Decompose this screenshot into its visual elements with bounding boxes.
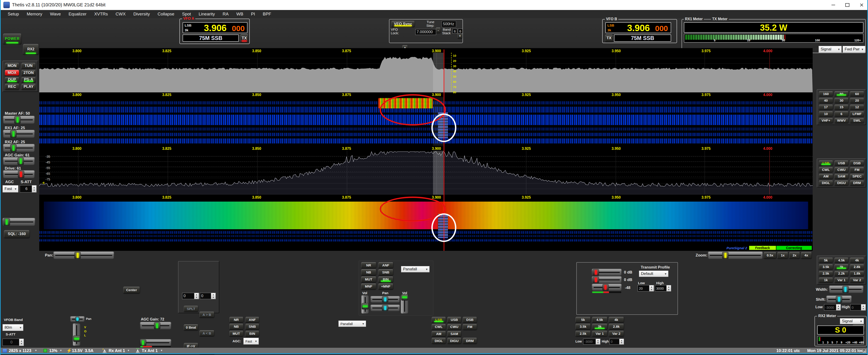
band-button-40[interactable]: 40 bbox=[819, 98, 833, 103]
tx-high-spinner[interactable]: 3000▲▼ bbox=[655, 285, 671, 291]
master-af-slider[interactable] bbox=[3, 116, 35, 124]
width-slider[interactable] bbox=[829, 286, 864, 293]
spinner-arrows-icon[interactable]: ▲▼ bbox=[861, 304, 866, 310]
a-gt-b-button[interactable]: A > B bbox=[199, 312, 214, 318]
rx2-filter-button-2.8k[interactable]: 2.8k bbox=[609, 324, 624, 329]
pan-center-button[interactable]: Center bbox=[123, 287, 140, 293]
cpu-status[interactable]: 13% bbox=[49, 348, 57, 353]
filter-button-1k[interactable]: 1k bbox=[819, 277, 833, 283]
rx2-display-mode-select[interactable]: Panafall▾ bbox=[338, 321, 366, 327]
spinner-arrows-icon[interactable]: ▲▼ bbox=[649, 285, 654, 291]
rx1-pan-freq-scale[interactable]: 3.8003.8253.8503.8753.9003.9253.9503.975 bbox=[72, 49, 711, 53]
transmit-profile-select[interactable]: Default▾ bbox=[639, 271, 669, 277]
left-button-ps-a[interactable]: PS-A bbox=[21, 77, 36, 83]
dsp-button-snb[interactable]: SNB bbox=[378, 269, 394, 275]
spinner-arrows-icon[interactable]: ▲▼ bbox=[19, 339, 24, 346]
spinner-arrows-icon[interactable]: ▲▼ bbox=[32, 185, 36, 192]
vfoa-band-display[interactable]: 75M SSB bbox=[183, 34, 239, 42]
rx2-mode-button-drm[interactable]: DRM bbox=[463, 338, 477, 344]
left-button-tun[interactable]: TUN bbox=[21, 63, 36, 69]
zoom-button-1x[interactable]: 1x bbox=[777, 252, 788, 259]
maximize-button[interactable] bbox=[840, 0, 855, 10]
rx2-filter-button-var-1[interactable]: Var 1 bbox=[592, 331, 607, 336]
filter-button-2.5k[interactable]: 2.5k bbox=[819, 271, 833, 276]
filter-button-4k[interactable]: 4k bbox=[850, 258, 864, 263]
dsp-button-mnf[interactable]: MNF bbox=[361, 284, 376, 289]
rx2-agc-gain-slider[interactable] bbox=[140, 322, 171, 330]
filter-button-3k[interactable]: 3k bbox=[834, 264, 849, 269]
dsp-button-nb[interactable]: NB bbox=[361, 269, 376, 275]
vox-slider[interactable] bbox=[592, 284, 622, 291]
vfoa-tx-button[interactable]: TX bbox=[240, 34, 248, 42]
pan-slider[interactable] bbox=[53, 252, 114, 259]
rx2-wf-freq-scale[interactable]: 3.8003.8253.8503.8753.9003.9253.9503.975 bbox=[72, 196, 711, 200]
filter-low-spinner[interactable]: -3000▲▼ bbox=[824, 304, 841, 310]
zoom-button-2x[interactable]: 2x bbox=[789, 252, 800, 259]
tune-step-plus-button[interactable]: + bbox=[458, 33, 462, 38]
band-button-wwv[interactable]: WWV bbox=[834, 118, 849, 123]
rx2-filter-button-3.5k[interactable]: 3.5k bbox=[576, 324, 591, 329]
xit-spinner[interactable]: 0▲▼ bbox=[200, 293, 216, 299]
rx2-vol-slider[interactable] bbox=[73, 323, 81, 346]
chevron-down-icon[interactable]: ▾ bbox=[161, 349, 162, 352]
resize-grip[interactable] bbox=[863, 350, 866, 353]
mode-button-digu[interactable]: DIGU bbox=[834, 180, 849, 185]
menu-xvtrs[interactable]: XVTRs bbox=[90, 10, 112, 18]
band-button-15[interactable]: 15 bbox=[834, 105, 849, 110]
band-button-60[interactable]: 60 bbox=[850, 91, 864, 96]
rx2-mode-button-digl[interactable]: DIGL bbox=[432, 338, 446, 344]
menu-diversity[interactable]: Diversity bbox=[129, 10, 154, 18]
mode-button-cwu[interactable]: CWU bbox=[834, 167, 849, 172]
chevron-down-icon[interactable]: ▾ bbox=[128, 349, 129, 352]
menu-setup[interactable]: Setup bbox=[4, 10, 23, 18]
dsp-button-anf[interactable]: ANF bbox=[378, 262, 394, 268]
chevron-down-icon[interactable]: ▾ bbox=[35, 349, 37, 352]
rx2-mode-button-am[interactable]: AM bbox=[432, 331, 446, 337]
mode-button-digl[interactable]: DIGL bbox=[819, 180, 833, 185]
drive-slider[interactable] bbox=[3, 170, 35, 178]
rx2-dsp-button-snb[interactable]: SNB bbox=[245, 324, 259, 329]
rx2-mode-button-cwu[interactable]: CWU bbox=[447, 324, 462, 330]
rx2-mode-button-digu[interactable]: DIGU bbox=[447, 338, 462, 344]
rx2-high-spinner[interactable]: 0▲▼ bbox=[610, 339, 624, 345]
menu-memory[interactable]: Memory bbox=[23, 10, 46, 18]
spinner-arrows-icon[interactable]: ▲▼ bbox=[836, 304, 841, 310]
mode-button-am[interactable]: AM bbox=[819, 174, 833, 179]
rx2-mode-button-dsb[interactable]: DSB bbox=[463, 317, 477, 323]
menu-ra[interactable]: RA bbox=[219, 10, 232, 18]
zoom-button-4x[interactable]: 4x bbox=[801, 252, 812, 259]
dsp-button-bin[interactable]: BIN bbox=[378, 276, 394, 283]
rx2-filter-button-4k[interactable]: 4k bbox=[609, 317, 624, 323]
band-button-6[interactable]: 6 bbox=[834, 111, 849, 116]
tx-meter-select[interactable]: Fwd Pwr▾ bbox=[843, 46, 865, 53]
rx2-af-slider[interactable] bbox=[3, 144, 35, 152]
memory-freq-field[interactable]: 7.000000 bbox=[415, 29, 436, 35]
minimize-button[interactable] bbox=[826, 0, 840, 10]
mode-button-drm[interactable]: DRM bbox=[850, 180, 864, 185]
band-button-12[interactable]: 12 bbox=[850, 105, 864, 110]
vfo-sync-button[interactable]: VFO Sync bbox=[391, 21, 415, 27]
comp-slider[interactable] bbox=[592, 276, 622, 284]
rx2-agc-select[interactable]: Fast▾ bbox=[243, 338, 259, 345]
sql-button[interactable]: SQL: -160 bbox=[4, 230, 30, 238]
split-button[interactable]: SPLT bbox=[184, 306, 198, 312]
spinner-arrows-icon[interactable]: ▲▼ bbox=[211, 293, 215, 299]
rx1-wf-freq-scale[interactable]: 3.8003.8253.8503.8753.9003.9253.9503.975 bbox=[72, 93, 711, 97]
rx1-af-slider[interactable] bbox=[3, 130, 35, 138]
rx2-dsp-button-nr[interactable]: NR bbox=[229, 317, 243, 323]
band-button-swl[interactable]: SWL bbox=[850, 118, 864, 123]
chevron-down-icon[interactable]: ▾ bbox=[60, 349, 62, 352]
band-button-160[interactable]: 160 bbox=[819, 91, 833, 96]
mode-button-lsb[interactable]: LSB bbox=[819, 160, 833, 166]
resolution-status[interactable]: 2825 x 1123 bbox=[9, 348, 31, 353]
band-button-10[interactable]: 10 bbox=[819, 111, 833, 116]
band-button-30[interactable]: 30 bbox=[834, 98, 849, 103]
filter-button-2.8k[interactable]: 2.8k bbox=[850, 264, 864, 269]
rx2-mode-button-usb[interactable]: USB bbox=[447, 317, 462, 323]
rx2-pan-slider[interactable] bbox=[70, 316, 85, 322]
vfob-band-select[interactable]: 80m▾ bbox=[2, 324, 23, 331]
filter-button-2.2k[interactable]: 2.2k bbox=[834, 271, 849, 276]
filter-button-5k[interactable]: 5k bbox=[819, 258, 833, 263]
mode-button-cwl[interactable]: CWL bbox=[819, 167, 833, 172]
mode-button-usb[interactable]: USB bbox=[834, 160, 849, 166]
